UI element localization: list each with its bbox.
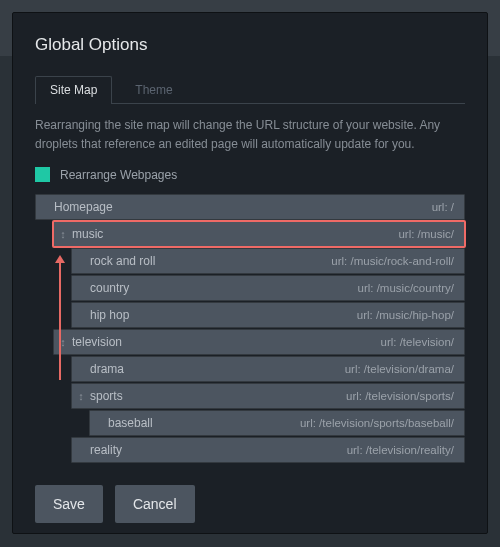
rearrange-checkbox-label: Rearrange Webpages: [60, 168, 177, 182]
global-options-modal: Global Options Site Map Theme Rearrangin…: [12, 12, 488, 534]
sitemap-row-label: rock and roll: [90, 254, 155, 268]
annotation-arrow: [59, 262, 61, 380]
sitemap-row-url: url: /music/hip-hop/: [357, 309, 454, 321]
tab-theme[interactable]: Theme: [120, 76, 187, 104]
tab-sitemap[interactable]: Site Map: [35, 76, 112, 104]
sitemap-row-label: baseball: [108, 416, 153, 430]
sitemap-row[interactable]: baseballurl: /television/sports/baseball…: [89, 410, 465, 436]
sitemap-row-url: url: /television/reality/: [347, 444, 454, 456]
sitemap-row[interactable]: ↕musicurl: /music/: [53, 221, 465, 247]
sitemap-row[interactable]: ↕televisionurl: /television/: [53, 329, 465, 355]
sitemap-row-label: drama: [90, 362, 124, 376]
description-text: Rearranging the site map will change the…: [35, 116, 465, 153]
rearrange-checkbox-row: Rearrange Webpages: [35, 167, 465, 182]
sitemap-row-url: url: /television/sports/: [346, 390, 454, 402]
sitemap-tree: Homepageurl: /↕musicurl: /music/rock and…: [35, 194, 465, 463]
sitemap-row[interactable]: realityurl: /television/reality/: [71, 437, 465, 463]
sitemap-row[interactable]: rock and rollurl: /music/rock-and-roll/: [71, 248, 465, 274]
sitemap-row-label: country: [90, 281, 129, 295]
sitemap-row-label: hip hop: [90, 308, 129, 322]
sitemap-row[interactable]: dramaurl: /television/drama/: [71, 356, 465, 382]
save-button[interactable]: Save: [35, 485, 103, 523]
drag-handle-icon[interactable]: ↕: [54, 336, 72, 348]
sitemap-row[interactable]: ↕sportsurl: /television/sports/: [71, 383, 465, 409]
sitemap-row-url: url: /television/drama/: [345, 363, 454, 375]
sitemap-row-url: url: /television/sports/baseball/: [300, 417, 454, 429]
sitemap-row-url: url: /television/: [380, 336, 454, 348]
sitemap-row-label: reality: [90, 443, 122, 457]
rearrange-checkbox[interactable]: [35, 167, 50, 182]
sitemap-row-label: sports: [90, 389, 123, 403]
sitemap-row-label: television: [72, 335, 122, 349]
sitemap-row-url: url: /music/country/: [358, 282, 455, 294]
tab-bar: Site Map Theme: [35, 75, 465, 104]
sitemap-row-url: url: /music/rock-and-roll/: [331, 255, 454, 267]
sitemap-row[interactable]: Homepageurl: /: [35, 194, 465, 220]
drag-handle-icon[interactable]: ↕: [72, 390, 90, 402]
sitemap-row-url: url: /music/: [398, 228, 454, 240]
sitemap-row[interactable]: countryurl: /music/country/: [71, 275, 465, 301]
modal-buttons: Save Cancel: [35, 485, 465, 523]
sitemap-row-label: Homepage: [54, 200, 113, 214]
modal-title: Global Options: [35, 35, 465, 55]
sitemap-row[interactable]: hip hopurl: /music/hip-hop/: [71, 302, 465, 328]
sitemap-row-url: url: /: [432, 201, 454, 213]
cancel-button[interactable]: Cancel: [115, 485, 195, 523]
sitemap-row-label: music: [72, 227, 103, 241]
drag-handle-icon[interactable]: ↕: [54, 228, 72, 240]
